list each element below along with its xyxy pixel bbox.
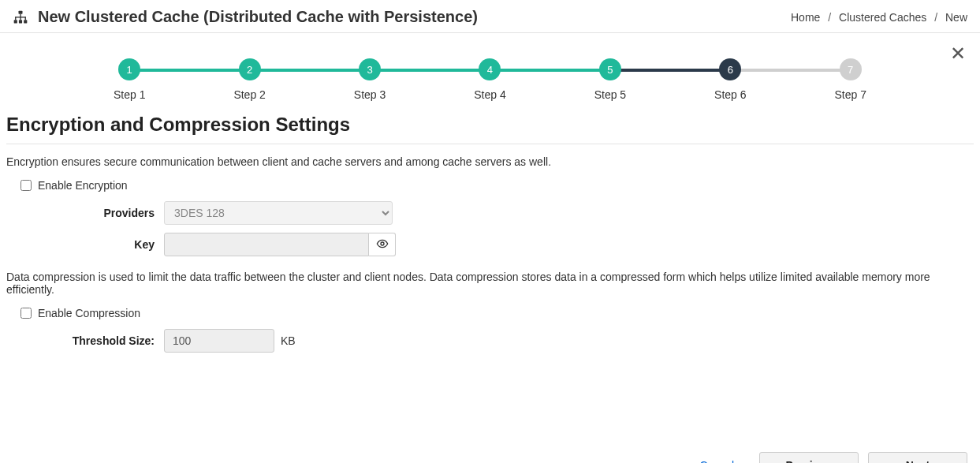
encryption-description: Encryption ensures secure communication …: [6, 155, 974, 168]
step-circle: 4: [479, 58, 501, 80]
sitemap-icon: [13, 9, 28, 25]
svg-rect-6: [15, 17, 16, 20]
step-7[interactable]: 7Step 7: [791, 58, 911, 101]
step-6[interactable]: 6Step 6: [670, 58, 790, 101]
key-input-group: [164, 233, 396, 256]
reveal-key-button[interactable]: [369, 233, 396, 256]
step-label: Step 3: [354, 88, 386, 101]
step-label: Step 2: [233, 88, 265, 101]
threshold-row: Threshold Size: KB: [6, 329, 974, 353]
svg-point-9: [381, 242, 384, 245]
step-4[interactable]: 4Step 4: [430, 58, 550, 101]
step-circle: 1: [118, 58, 140, 80]
enable-compression-label: Enable Compression: [38, 307, 140, 319]
svg-rect-1: [14, 20, 17, 23]
breadcrumb-sep: /: [934, 11, 937, 24]
step-circle: 2: [239, 58, 261, 80]
section-title: Encryption and Compression Settings: [6, 110, 974, 144]
content-area: ✕ 1Step 12Step 23Step 34Step 45Step 56St…: [0, 33, 980, 463]
eye-icon: [376, 237, 389, 252]
enable-encryption-row: Enable Encryption: [6, 176, 974, 201]
step-label: Step 5: [594, 88, 626, 101]
threshold-size-field[interactable]: [164, 329, 274, 353]
step-label: Step 4: [474, 88, 505, 101]
next-button[interactable]: Next: [868, 452, 967, 463]
providers-select[interactable]: 3DES 128: [164, 201, 393, 225]
step-connector: [610, 69, 730, 72]
breadcrumb-home[interactable]: Home: [791, 11, 820, 24]
svg-rect-2: [19, 20, 22, 23]
enable-compression-row: Enable Compression: [6, 304, 974, 329]
breadcrumb-sep: /: [828, 11, 831, 24]
header-bar: New Clustered Cache (Distributed Cache w…: [0, 0, 980, 33]
step-connector: [490, 69, 609, 72]
step-connector: [730, 69, 850, 72]
enable-encryption-checkbox[interactable]: [20, 180, 32, 191]
step-label: Step 6: [714, 88, 746, 101]
previous-button[interactable]: Previous: [759, 452, 859, 463]
breadcrumb-caches[interactable]: Clustered Caches: [839, 11, 926, 24]
providers-row: Providers 3DES 128: [6, 201, 974, 225]
step-5[interactable]: 5Step 5: [550, 58, 670, 101]
key-field[interactable]: [164, 233, 369, 256]
step-connector: [370, 69, 490, 72]
cancel-button[interactable]: Cancel: [699, 459, 734, 463]
compression-description: Data compression is used to limit the da…: [6, 271, 974, 296]
enable-compression-checkbox[interactable]: [20, 308, 32, 319]
providers-label: Providers: [6, 207, 164, 219]
svg-rect-8: [25, 17, 26, 20]
step-connector: [129, 69, 249, 72]
step-label: Step 1: [114, 88, 145, 101]
step-1[interactable]: 1Step 1: [69, 58, 189, 101]
key-label: Key: [6, 238, 164, 251]
step-3[interactable]: 3Step 3: [310, 58, 430, 101]
step-connector: [250, 69, 370, 72]
threshold-label: Threshold Size:: [6, 334, 164, 347]
divider: [6, 144, 974, 144]
breadcrumb-new: New: [945, 11, 967, 24]
wizard-footer: Cancel Previous Next: [6, 439, 974, 463]
step-circle: 5: [599, 58, 621, 80]
step-circle: 6: [719, 58, 741, 80]
wizard-stepper: 1Step 12Step 23Step 34Step 45Step 56Step…: [6, 33, 974, 110]
enable-encryption-label: Enable Encryption: [38, 179, 128, 192]
svg-rect-3: [24, 20, 27, 23]
threshold-unit: KB: [281, 334, 296, 347]
svg-rect-0: [19, 10, 23, 13]
step-label: Step 7: [835, 88, 866, 101]
header-left: New Clustered Cache (Distributed Cache w…: [13, 8, 478, 26]
step-circle: 3: [359, 58, 381, 80]
step-2[interactable]: 2Step 2: [189, 58, 309, 101]
svg-rect-7: [20, 17, 20, 20]
breadcrumb: Home / Clustered Caches / New: [791, 11, 967, 24]
step-circle: 7: [840, 58, 862, 80]
page-title: New Clustered Cache (Distributed Cache w…: [38, 8, 478, 26]
key-row: Key: [6, 233, 974, 256]
